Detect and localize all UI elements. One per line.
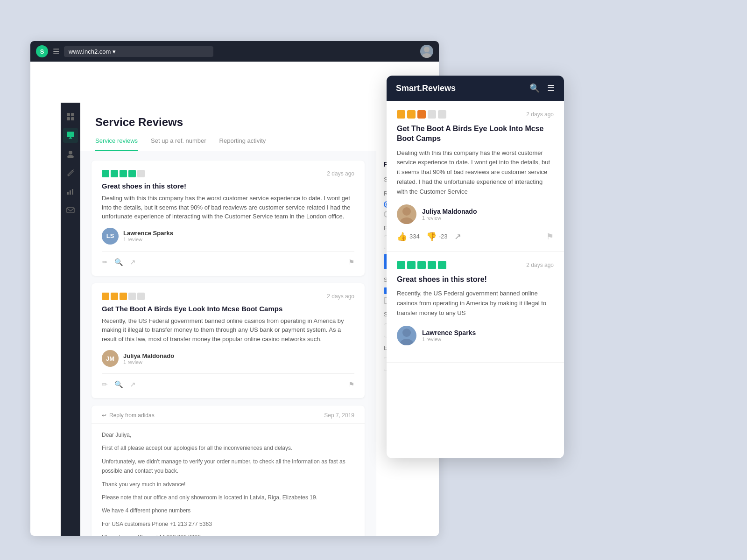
sr-dislikes-group[interactable]: 👎 -23 (426, 231, 448, 242)
reply-p5: Please note that our office and only sho… (102, 493, 354, 502)
sidebar-item-profile[interactable] (63, 147, 78, 161)
review-card-2: 2 days ago Get The Boot A Birds Eye Look… (92, 283, 365, 399)
flag-icon-2[interactable]: ⚑ (348, 380, 354, 389)
sr-star-2-2 (407, 261, 416, 269)
sr-likes-group[interactable]: 👍 334 (397, 231, 420, 242)
sr-star-1-2 (407, 110, 416, 119)
sr-review-1-time: 2 days ago (526, 111, 554, 118)
sr-review-1-stars (397, 110, 446, 119)
share-icon-1[interactable]: ↗ (130, 258, 136, 266)
svg-point-0 (424, 47, 430, 52)
edit-icon-1[interactable]: ✏ (102, 258, 108, 266)
sr-star-1-5 (438, 110, 446, 119)
browser-avatar[interactable] (420, 45, 433, 58)
svg-rect-4 (67, 117, 70, 120)
sr-dislikes-count: -23 (439, 233, 448, 240)
review-card-2-reviewer: JM Juliya Maldonado 1 review (102, 350, 354, 367)
svg-rect-3 (71, 113, 74, 116)
sr-title: Smart.Reviews (396, 84, 456, 93)
sr-header-icons: 🔍 ☰ (529, 83, 555, 93)
sr-reviewer-2-count: 1 review (422, 336, 476, 342)
review-card-2-body: Recently, the US Federal government bann… (102, 316, 354, 344)
zoom-icon-2[interactable]: 🔍 (114, 380, 123, 389)
browser-logo: S (36, 45, 48, 57)
review-card-2-title: Get The Boot A Birds Eye Look Into Mcse … (102, 305, 354, 313)
review-card-1-time: 2 days ago (327, 170, 354, 177)
star-2-5 (137, 293, 145, 300)
svg-rect-12 (67, 208, 74, 213)
sr-star-2-1 (397, 261, 405, 269)
main-content: Service Reviews Service reviews Set up a… (80, 103, 439, 536)
reviewer-2-avatar: JM (102, 350, 119, 367)
reply-p3: Unfortunately, we didn't manage to verif… (102, 457, 354, 476)
review-card-1-body: Dealing with this this company has the w… (102, 194, 354, 221)
review-card-1-reviewer: LS Lawrence Sparks 1 review (102, 228, 354, 245)
sr-share-icon[interactable]: ↗ (454, 231, 461, 242)
star-2-1 (102, 293, 109, 300)
sr-review-card-2: 2 days ago Great shoes in this store! Re… (387, 252, 564, 363)
tab-reporting[interactable]: Reporting activity (219, 137, 266, 151)
reviewer-1-count: 1 review (123, 237, 173, 242)
reply-card: ↩ Reply from adidas Sep 7, 2019 Dear Jul… (92, 406, 365, 536)
sr-flag-icon[interactable]: ⚑ (546, 231, 554, 242)
reply-body: Dear Juliya, First of all please accept … (92, 424, 365, 536)
browser-menu-icon[interactable]: ☰ (53, 47, 59, 56)
reply-p2: First of all please accept our apologies… (102, 443, 354, 453)
browser-window: S ☰ www.inch2.com ▾ (30, 41, 439, 536)
svg-point-8 (67, 155, 74, 158)
sidebar (61, 103, 80, 536)
page-header: Service Reviews Service reviews Set up a… (80, 103, 439, 151)
reply-date: Sep 7, 2019 (324, 412, 354, 419)
sr-star-2-5 (438, 261, 446, 269)
url-text: www.inch2.com (69, 48, 111, 55)
star-2-3 (120, 293, 127, 300)
reply-p7: For USA customers Phone +1 213 277 5363 (102, 519, 354, 529)
url-dropdown-icon[interactable]: ▾ (113, 48, 116, 55)
flag-icon-1[interactable]: ⚑ (348, 258, 354, 266)
reply-header: ↩ Reply from adidas Sep 7, 2019 (92, 406, 365, 424)
review-card-1-title: Great shoes in this store! (102, 182, 354, 190)
review-card-1: 2 days ago Great shoes in this store! De… (92, 161, 365, 276)
sr-search-icon[interactable]: 🔍 (529, 83, 540, 93)
star-1-3 (120, 170, 127, 177)
sidebar-item-edit[interactable] (63, 165, 78, 180)
sidebar-item-dashboard[interactable] (63, 109, 78, 124)
sr-star-1-4 (428, 110, 436, 119)
sr-reviewer-2-avatar (397, 326, 416, 345)
sr-reviewer-2-name: Lawrence Sparks (422, 329, 476, 336)
star-1-2 (111, 170, 118, 177)
sidebar-item-analytics[interactable] (63, 184, 78, 199)
sidebar-item-reviews[interactable] (63, 128, 78, 143)
sidebar-item-mail[interactable] (63, 203, 78, 217)
reviewer-2-count: 1 review (123, 359, 174, 365)
review-card-1-header: 2 days ago (102, 170, 354, 177)
sr-review-2-body: Recently, the US Federal government bann… (397, 289, 554, 318)
tab-service-reviews[interactable]: Service reviews (95, 137, 138, 151)
thumbs-up-icon[interactable]: 👍 (397, 231, 407, 242)
sr-review-card-1-header: 2 days ago (397, 110, 554, 119)
sr-star-2-3 (417, 261, 426, 269)
svg-rect-11 (72, 189, 73, 195)
smart-reviews-panel: Smart.Reviews 🔍 ☰ 2 days ago Get The Boo… (387, 76, 564, 458)
reply-p1: Dear Juliya, (102, 430, 354, 440)
svg-rect-10 (70, 190, 71, 195)
edit-icon-2[interactable]: ✏ (102, 380, 108, 389)
zoom-icon-1[interactable]: 🔍 (114, 258, 123, 266)
content-area: 2 days ago Great shoes in this store! De… (80, 151, 439, 536)
sr-menu-icon[interactable]: ☰ (547, 83, 555, 93)
share-icon-2[interactable]: ↗ (130, 380, 136, 389)
sr-likes-count: 334 (409, 233, 420, 240)
tab-set-ref[interactable]: Set up a ref. number (151, 137, 206, 151)
sr-review-2-stars (397, 261, 446, 269)
sr-review-1-actions: 👍 334 👎 -23 ↗ ⚑ (397, 231, 554, 242)
svg-rect-9 (67, 192, 69, 195)
thumbs-down-icon[interactable]: 👎 (426, 231, 437, 242)
browser-url-bar[interactable]: www.inch2.com ▾ (64, 46, 213, 57)
reply-p4: Thank you very much in advance! (102, 480, 354, 489)
sr-reviewer-1-avatar (397, 204, 416, 224)
reply-p6: We have 4 different phone numbers (102, 506, 354, 515)
review-card-2-stars (102, 293, 145, 300)
review-card-2-time: 2 days ago (327, 293, 354, 300)
star-2-2 (111, 293, 118, 300)
svg-point-7 (69, 151, 72, 154)
